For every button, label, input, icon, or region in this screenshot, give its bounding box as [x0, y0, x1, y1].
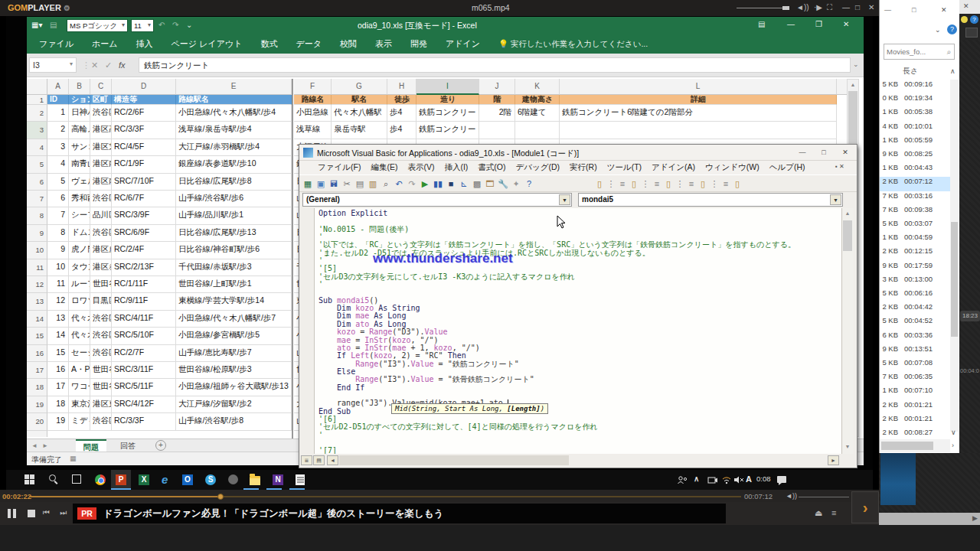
cell[interactable]: 2 [47, 122, 69, 139]
people-icon[interactable] [677, 474, 688, 485]
cell[interactable]: 鉄筋コンクリート [416, 122, 479, 139]
tell-me-box[interactable]: 💡 実行したい作業を入力してください... [489, 39, 657, 50]
row-header-7[interactable]: 7 [27, 191, 47, 207]
cell[interactable]: RC/2/4F [112, 242, 176, 259]
gom-minimize-button[interactable]: — [842, 3, 850, 11]
skype-icon[interactable]: S [205, 474, 216, 485]
cell[interactable]: ルーブ [69, 276, 90, 293]
sheet-tab-mondai[interactable]: 問題 [76, 439, 106, 452]
scroll-thumb[interactable] [843, 220, 852, 251]
row-header-1[interactable]: 1 [27, 95, 47, 105]
row-header-19[interactable]: 19 [27, 396, 47, 413]
cell[interactable]: RC/2/7F [112, 345, 176, 362]
file-row[interactable]: 7 KB00:09:38 [880, 205, 950, 219]
cell[interactable]: 渋谷区 [90, 105, 112, 122]
row-header-20[interactable]: 20 [27, 413, 47, 430]
row-header-8[interactable]: 8 [27, 207, 47, 224]
file-row[interactable]: 5 KB00:06:16 [880, 289, 950, 302]
file-row[interactable]: 7 KB00:06:35 [880, 372, 950, 386]
ribbon-tab-4[interactable]: 数式 [251, 38, 286, 50]
vba-edit-icon-6[interactable]: ▯ [663, 178, 674, 189]
scroll-left-icon[interactable]: ◄ [327, 455, 338, 465]
cell[interactable]: 港区虎 [90, 242, 112, 259]
ad-text[interactable]: ドラゴンボールファン必見！「ドラゴンボール超」後のストーリーを楽しもう [103, 507, 443, 520]
header-cell[interactable]: 建物高さ [515, 95, 560, 105]
vba-tool-icon-7[interactable]: ↶ [394, 178, 404, 189]
cell[interactable]: SRC/3/9F [112, 207, 176, 224]
header-cell[interactable]: ID [47, 95, 69, 105]
vba-tool-icon-8[interactable]: ↷ [407, 178, 417, 189]
vba-menu-0[interactable]: ファイル(F) [318, 162, 361, 173]
vba-titlebar[interactable]: Microsoft Visual Basic for Applications … [299, 145, 857, 161]
hscroll-right-icon[interactable]: › [952, 442, 954, 449]
cell[interactable]: 歩4 [387, 105, 416, 122]
column-header-K[interactable]: K [515, 79, 560, 95]
eject-icon[interactable]: ⏏ [815, 508, 822, 518]
row-header-4[interactable]: 4 [27, 139, 47, 156]
camera-icon[interactable] [707, 474, 718, 485]
gom-player-titlebar[interactable]: GOMPLAYER ⚙ m065.mp4 ◄)) ·▶ ⛶ — □ ✕ [0, 0, 879, 16]
cell[interactable]: 1 [47, 105, 69, 122]
cell[interactable]: 7 [47, 207, 69, 224]
vba-tool-icon-14[interactable]: 🗔 [485, 178, 495, 189]
stop-icon[interactable] [28, 510, 35, 517]
cell[interactable]: RC/2/6F [112, 105, 176, 122]
cell[interactable]: 世田谷線/松原駅/歩3 [176, 362, 292, 379]
cell[interactable]: 16 [47, 362, 69, 379]
action-center-icon[interactable] [776, 474, 787, 485]
row-header-11[interactable]: 11 [27, 259, 47, 276]
cancel-icon[interactable]: ✕ [91, 60, 98, 70]
file-row[interactable]: 2 KB00:01:21 [880, 400, 950, 414]
file-row[interactable]: 1 KB00:05:59 [880, 135, 950, 149]
vba-tool-icon-1[interactable]: ▣ [315, 178, 326, 189]
cell[interactable]: 9 [47, 242, 69, 259]
powerpoint-icon[interactable]: P [116, 474, 126, 485]
cell[interactable]: 19 [47, 413, 69, 430]
excel-restore-button[interactable]: ❐ [815, 20, 822, 28]
cell[interactable]: 日比谷線/神谷町駅/歩6 [176, 242, 292, 259]
vba-menu-3[interactable]: 挿入(I) [444, 162, 468, 173]
volume-bar[interactable] [799, 497, 849, 497]
side-panel-button[interactable]: › [851, 491, 879, 523]
header-cell[interactable]: 路線駅名 [176, 95, 292, 105]
cell[interactable]: SRC/7/10F [112, 174, 176, 191]
view-mode-button-2[interactable]: ▤ [313, 455, 325, 465]
procedure-combo[interactable]: mondai5▼ [578, 193, 843, 207]
cell[interactable]: RC/3/3F [112, 122, 176, 139]
cell[interactable]: ロワゾ [69, 293, 90, 310]
onenote-icon[interactable]: N [273, 474, 283, 485]
cell[interactable]: ワコー [69, 379, 90, 396]
file-row[interactable]: 9 KB00:17:59 [880, 261, 950, 275]
header-cell[interactable]: 詳細 [560, 95, 837, 105]
file-row[interactable]: 7 KB00:03:16 [880, 191, 950, 205]
qat-paste-icon[interactable]: ▤ [50, 21, 57, 29]
cell[interactable]: 小田急線 [294, 105, 332, 122]
playlist-icon[interactable]: ≡ [831, 508, 836, 517]
vba-tool-icon-17[interactable]: ? [524, 178, 534, 189]
vba-menu-7[interactable]: ツール(T) [607, 162, 642, 173]
explorer-hthumb[interactable] [881, 442, 933, 450]
cell[interactable]: 泉岳寺駅 [332, 122, 387, 139]
column-header-G[interactable]: G [332, 79, 387, 95]
ribbon-options-button[interactable]: ▤ [758, 20, 765, 28]
row-header-12[interactable]: 12 [27, 276, 47, 293]
vba-tool-icon-2[interactable]: 🖬 [328, 178, 339, 189]
vba-tool-icon-9[interactable]: ▶ [420, 178, 430, 189]
qat-more-icon[interactable]: ⌄ [186, 21, 192, 29]
row-header-6[interactable]: 6 [27, 174, 47, 191]
cell[interactable]: 8 [47, 225, 69, 242]
cell[interactable]: SRC/3/11F [112, 362, 176, 379]
file-row[interactable]: 2 KB00:04:42 [880, 302, 950, 316]
taskview-icon[interactable] [72, 474, 83, 485]
file-row[interactable]: 5 KB00:03:07 [880, 219, 950, 233]
enter-icon[interactable]: ✓ [105, 60, 112, 70]
vba-tool-icon-15[interactable]: 🔧 [498, 178, 508, 189]
file-row[interactable]: 3 KB00:13:00 [880, 275, 950, 289]
timeline-scrollbar[interactable]: ▶ [879, 513, 980, 525]
pause-icon[interactable] [13, 509, 16, 518]
cell[interactable]: タウン [69, 259, 90, 276]
vba-tool-icon-6[interactable]: ⌕ [381, 178, 391, 189]
vba-tool-icon-12[interactable]: ⊾ [459, 178, 469, 189]
row-header-14[interactable]: 14 [27, 311, 47, 328]
cell[interactable]: 3 [47, 139, 69, 156]
